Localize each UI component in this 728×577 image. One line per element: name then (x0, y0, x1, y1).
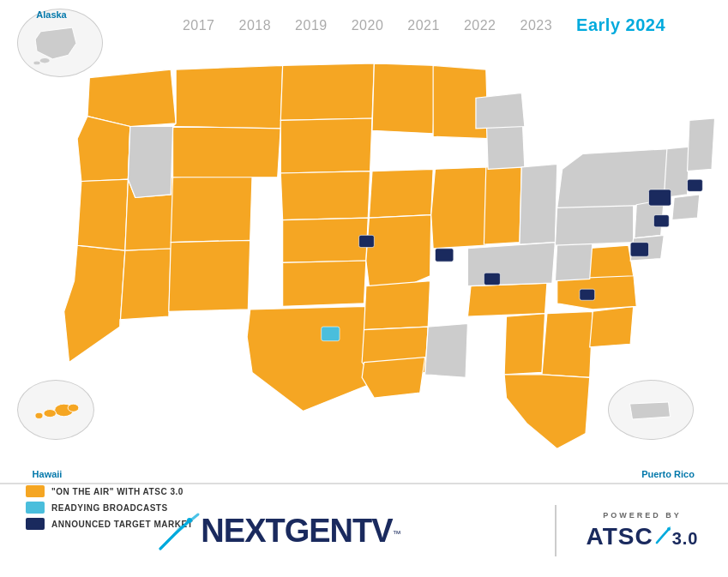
svg-marker-16 (280, 63, 374, 120)
svg-marker-21 (247, 306, 374, 411)
svg-marker-62 (35, 27, 76, 59)
bottom-bar: NEXTGENTV™ POWERED BY ATSC 3.0 (0, 483, 728, 577)
svg-marker-60 (476, 93, 525, 129)
svg-point-64 (33, 61, 39, 64)
year-timeline: 2017 2018 2019 2020 2021 2022 2023 Early… (137, 15, 711, 35)
svg-marker-34 (590, 306, 634, 346)
svg-marker-12 (171, 175, 252, 242)
svg-marker-24 (366, 215, 431, 292)
svg-point-70 (187, 518, 192, 523)
svg-marker-50 (128, 126, 172, 197)
nextgentv-logo: NEXTGENTV™ (0, 508, 555, 555)
nextgen-signal-icon (153, 508, 201, 555)
svg-marker-31 (504, 314, 544, 375)
hawaii-inset (17, 380, 94, 440)
svg-marker-45 (688, 118, 715, 171)
atsc-signal-icon (655, 526, 671, 544)
year-active[interactable]: Early 2024 (564, 15, 677, 35)
svg-marker-18 (280, 171, 370, 220)
svg-marker-46 (672, 195, 700, 220)
year-2017[interactable]: 2017 (171, 18, 227, 33)
alaska-label: Alaska (36, 9, 66, 20)
svg-rect-53 (630, 243, 648, 257)
svg-point-68 (68, 404, 79, 412)
svg-rect-59 (322, 327, 340, 341)
svg-marker-25 (364, 281, 430, 330)
year-2023[interactable]: 2023 (508, 18, 564, 33)
year-2020[interactable]: 2020 (340, 18, 396, 33)
svg-marker-69 (629, 402, 670, 419)
nextgen-logo-wrapper: NEXTGENTV™ (153, 508, 400, 555)
svg-marker-39 (520, 164, 557, 244)
atsc-logo-text: ATSC 3.0 (587, 523, 699, 550)
hawaii-label: Hawaii (33, 469, 63, 479)
svg-marker-61 (362, 358, 425, 398)
svg-marker-40 (467, 243, 555, 286)
svg-marker-49 (425, 324, 468, 378)
svg-rect-56 (436, 249, 454, 261)
svg-point-66 (43, 410, 56, 418)
nextgen-text: NEXTGEN (201, 513, 352, 549)
svg-marker-22 (372, 63, 436, 134)
svg-marker-14 (173, 65, 283, 129)
year-2019[interactable]: 2019 (283, 18, 340, 33)
tv-text: TV (352, 513, 393, 549)
svg-marker-33 (504, 375, 590, 449)
svg-marker-19 (283, 218, 369, 262)
atsc-logo: POWERED BY ATSC 3.0 (557, 511, 728, 550)
svg-marker-13 (169, 240, 250, 311)
svg-marker-29 (484, 167, 521, 244)
nextgen-text-group: NEXTGENTV™ (201, 513, 400, 550)
svg-marker-30 (467, 283, 546, 316)
svg-marker-9 (77, 179, 128, 250)
svg-marker-7 (77, 117, 130, 182)
svg-marker-32 (542, 311, 593, 377)
svg-marker-8 (64, 245, 125, 362)
svg-rect-58 (580, 289, 595, 300)
year-2022[interactable]: 2022 (452, 18, 508, 33)
svg-point-67 (34, 412, 42, 418)
svg-marker-15 (173, 126, 281, 177)
svg-point-63 (39, 57, 49, 63)
puerto-rico-inset (608, 380, 694, 440)
tm-mark: ™ (393, 528, 401, 538)
atsc-brand: ATSC (587, 523, 653, 550)
year-2018[interactable]: 2018 (227, 18, 284, 33)
svg-rect-54 (653, 215, 669, 227)
year-2021[interactable]: 2021 (395, 18, 452, 33)
svg-marker-28 (431, 167, 488, 249)
svg-rect-52 (688, 179, 703, 191)
svg-marker-17 (280, 118, 372, 173)
svg-marker-23 (369, 169, 433, 218)
svg-marker-20 (283, 261, 366, 306)
svg-point-71 (667, 527, 671, 531)
powered-by-text: POWERED BY (603, 511, 682, 520)
svg-rect-55 (359, 235, 375, 247)
puerto-rico-label: Puerto Rico (641, 469, 695, 479)
svg-rect-51 (649, 189, 671, 206)
svg-rect-57 (484, 273, 500, 285)
atsc-version: 3.0 (672, 529, 699, 549)
svg-marker-6 (87, 69, 176, 126)
svg-marker-10 (120, 249, 171, 327)
